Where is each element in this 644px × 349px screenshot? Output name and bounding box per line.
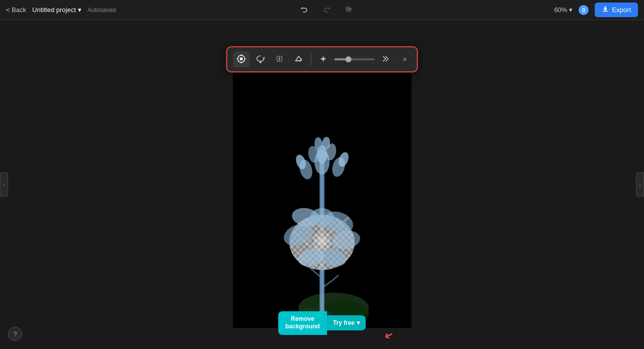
brush-size-slider[interactable] [335, 58, 375, 60]
slider-thumb [346, 56, 352, 62]
project-chevron-icon: ▾ [78, 6, 82, 14]
arrow-indicator: ➜ [382, 327, 395, 343]
notification-count: 0 [582, 7, 585, 13]
eraser-tool[interactable] [291, 51, 307, 67]
topbar-right: 60% ▾ 0 Export [537, 3, 638, 17]
topbar-center [116, 3, 537, 17]
remove-background-button[interactable]: Removebackground [278, 311, 327, 335]
canvas-image-container [233, 61, 412, 328]
redo-button[interactable] [342, 3, 356, 17]
topbar: < Back Untitled project ▾ Autosaved [0, 0, 644, 20]
zoom-label: 60% [554, 6, 567, 14]
smart-select-tool[interactable] [233, 51, 250, 67]
left-panel-toggle[interactable]: ‹ [0, 172, 8, 197]
svg-point-27 [318, 237, 326, 245]
forward-tool[interactable] [378, 51, 394, 67]
flower-image [233, 61, 412, 328]
try-free-label: Try free [333, 319, 355, 326]
help-button[interactable]: ? [8, 327, 22, 341]
floating-toolbar: × [226, 46, 418, 72]
help-icon: ? [13, 330, 17, 338]
toolbar-divider [311, 53, 311, 65]
undo-button[interactable] [297, 3, 311, 17]
undo2-button[interactable] [319, 3, 334, 17]
redo-icon [345, 5, 353, 15]
smart-select-icon [237, 54, 246, 65]
svg-point-1 [240, 57, 243, 60]
notification-badge: 0 [579, 5, 589, 15]
left-arrow-icon: ‹ [3, 182, 5, 188]
back-label: < Back [6, 6, 26, 14]
export-button[interactable]: Export [595, 3, 638, 17]
close-icon: × [403, 55, 407, 63]
undo-icon [300, 5, 308, 15]
canvas-area: ‹ › [0, 20, 644, 349]
back-button[interactable]: < Back [6, 6, 26, 14]
zoom-control[interactable]: 60% ▾ [554, 6, 573, 14]
eraser-icon [294, 54, 303, 65]
topbar-left: < Back Untitled project ▾ Autosaved [6, 6, 116, 14]
remove-bg-label: Removebackground [285, 315, 320, 330]
toolbar-close-button[interactable]: × [399, 53, 411, 65]
svg-point-25 [310, 208, 334, 226]
magic-tool[interactable] [315, 51, 332, 67]
brush-select-tool[interactable] [272, 51, 288, 67]
export-label: Export [612, 6, 631, 14]
autosaved-label: Autosaved [88, 7, 116, 14]
right-arrow-icon: › [639, 182, 640, 188]
zoom-chevron-icon: ▾ [569, 6, 573, 14]
project-name-label: Untitled project [32, 6, 76, 14]
undo2-icon [323, 5, 331, 15]
bottom-tooltip: Removebackground Try free ▾ ➜ [278, 311, 366, 335]
right-panel-toggle[interactable]: › [636, 172, 644, 197]
try-free-chevron-icon: ▾ [357, 319, 360, 326]
project-name-container[interactable]: Untitled project ▾ [32, 6, 82, 14]
brush-select-icon [275, 54, 284, 65]
brush-size-slider-container [335, 58, 375, 60]
lasso-icon [256, 54, 265, 65]
magic-icon [319, 54, 328, 65]
download-icon [602, 6, 609, 14]
badge-circle: 0 [579, 5, 589, 15]
try-free-button[interactable]: Try free ▾ [327, 315, 366, 330]
forward-icon [382, 55, 390, 64]
lasso-tool[interactable] [253, 51, 269, 67]
